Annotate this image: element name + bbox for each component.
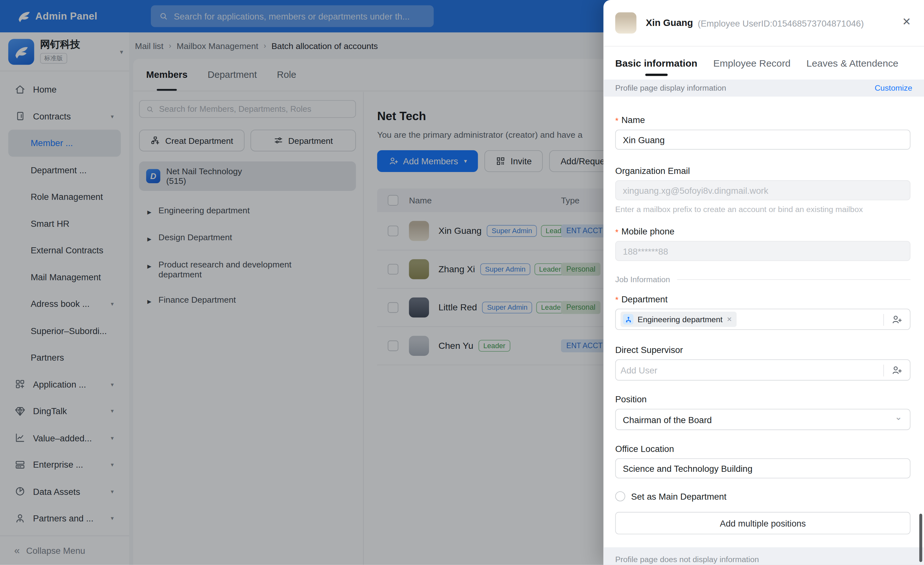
mobile-phone-field xyxy=(615,241,910,261)
department-chip[interactable]: Engineering department ✕ xyxy=(621,312,737,327)
scrollbar-thumb[interactable] xyxy=(919,514,922,562)
department-chip-label: Engineering department xyxy=(638,315,723,324)
org-email-helper: Enter a mailbox prefix to create an acco… xyxy=(615,205,910,214)
job-information-section-label: Job Information xyxy=(615,275,670,284)
panel-tabs: Basic information Employee Record Leaves… xyxy=(603,46,924,79)
tab-employee-record[interactable]: Employee Record xyxy=(713,46,790,79)
profile-no-display-strip: Profile page does not display informatio… xyxy=(603,547,924,565)
department-field[interactable]: Engineering department ✕ xyxy=(615,309,910,330)
org-email-label: Organization Email xyxy=(615,165,690,175)
close-icon[interactable]: ✕ xyxy=(902,15,911,28)
supervisor-field[interactable] xyxy=(615,360,910,381)
admin-panel-app: Admin Panel 网钉科技 标准版 ▾ Home Contract xyxy=(0,0,924,565)
position-select[interactable]: Chairman of the Board ⌄ xyxy=(615,409,910,430)
office-location-field[interactable] xyxy=(615,459,910,478)
profile-display-label: Profile page display information xyxy=(615,84,726,93)
section-divider xyxy=(677,279,910,280)
org-tree-icon xyxy=(623,314,633,324)
mobile-field-label: Mobile phone xyxy=(621,226,674,236)
set-main-department-option[interactable]: Set as Main Department xyxy=(615,492,910,501)
name-field-label: Name xyxy=(621,115,645,124)
required-mark: * xyxy=(615,295,618,304)
tab-leaves-attendance[interactable]: Leaves & Attendence xyxy=(806,46,898,79)
required-mark: * xyxy=(615,115,618,125)
supervisor-input[interactable] xyxy=(621,365,877,375)
add-multiple-positions-label: Add multiple positions xyxy=(720,518,806,528)
field-divider xyxy=(883,365,884,377)
add-multiple-positions-button[interactable]: Add multiple positions xyxy=(615,512,910,534)
person-add-picker-icon[interactable] xyxy=(891,365,902,376)
avatar xyxy=(615,12,636,34)
profile-display-strip: Profile page display information Customi… xyxy=(603,79,924,96)
required-mark: * xyxy=(615,227,618,236)
department-field-label: Department xyxy=(621,294,668,304)
org-email-field xyxy=(615,180,910,201)
position-value: Chairman of the Board xyxy=(623,414,712,424)
employee-name: Xin Guang xyxy=(646,18,693,28)
customize-link[interactable]: Customize xyxy=(874,84,912,93)
set-main-department-label: Set as Main Department xyxy=(631,492,727,501)
supervisor-field-label: Direct Supervisor xyxy=(615,344,683,354)
office-field-label: Office Location xyxy=(615,443,674,453)
employee-detail-panel: Xin Guang (Employee UserID:0154685737048… xyxy=(603,0,924,565)
radio-icon[interactable] xyxy=(615,492,625,501)
chevron-down-icon: ⌄ xyxy=(895,412,902,423)
remove-chip-icon[interactable]: ✕ xyxy=(727,315,732,323)
profile-no-display-label: Profile page does not display informatio… xyxy=(615,555,759,564)
field-divider xyxy=(883,314,884,326)
employee-userid: (Employee UserID:015468573704871046) xyxy=(698,18,864,28)
name-field[interactable] xyxy=(615,130,910,150)
panel-header: Xin Guang (Employee UserID:0154685737048… xyxy=(603,0,924,46)
panel-form: * Name Organization Email Enter a mailbo… xyxy=(603,97,924,565)
tab-basic-information[interactable]: Basic information xyxy=(615,46,697,79)
person-add-picker-icon[interactable] xyxy=(891,314,902,325)
position-field-label: Position xyxy=(615,394,646,404)
